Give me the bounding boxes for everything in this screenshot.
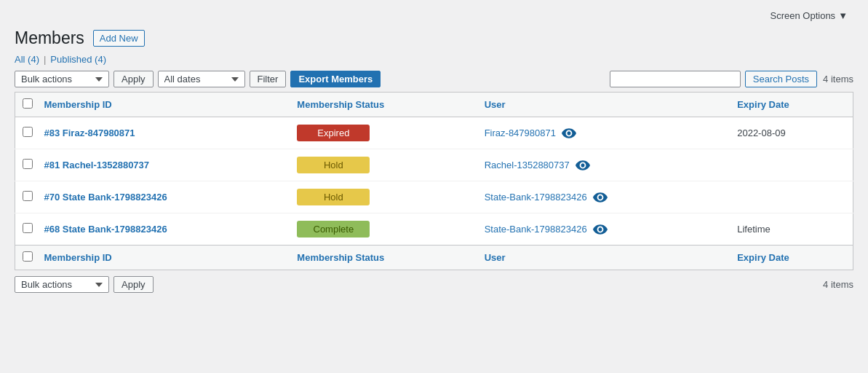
row-checkbox[interactable] [23,159,33,169]
status-badge: Complete [297,221,370,237]
table-header-row: Membership ID Membership Status User Exp… [15,93,853,117]
membership-id-link[interactable]: #83 Firaz-847980871 [44,127,135,138]
search-posts-button[interactable]: Search Posts [745,71,817,87]
col-membership-id-link[interactable]: Membership ID [44,99,112,110]
col-expiry-date-footer: Expiry Date [730,246,853,270]
filter-links: All (4) | Published (4) [15,54,853,65]
user-cell: State-Bank-1798823426 [485,192,723,203]
tablenav-bottom-left: Bulk actions Apply [15,276,154,293]
search-posts-area: Search Posts [610,71,817,87]
row-membership-id: #83 Firaz-847980871 [37,117,290,149]
filter-button[interactable]: Filter [250,71,287,87]
view-icon[interactable] [576,160,590,171]
user-link[interactable]: Firaz-847980871 [485,127,556,138]
filter-all-link[interactable]: All (4) [15,54,39,65]
row-membership-status: Expired [290,117,477,149]
table-row: #68 State Bank-1798823426 Complete State… [15,213,853,246]
row-expiry-date: Lifetime [730,213,853,246]
page-title: Members [15,28,84,48]
membership-id-link[interactable]: #70 State Bank-1798823426 [44,192,167,203]
status-badge: Hold [297,157,370,173]
items-count-bottom: 4 items [823,279,853,290]
screen-options-button[interactable]: Screen Options ▼ [765,7,853,24]
membership-id-link[interactable]: #68 State Bank-1798823426 [44,224,167,235]
col-expiry-date-footer-link[interactable]: Expiry Date [737,252,789,263]
col-membership-status-link[interactable]: Membership Status [297,99,384,110]
user-cell: State-Bank-1798823426 [485,224,723,235]
row-membership-id: #70 State Bank-1798823426 [37,181,290,213]
membership-id-link[interactable]: #81 Rachel-1352880737 [44,160,150,170]
select-all-column [15,93,37,117]
apply-button-bottom[interactable]: Apply [114,276,154,293]
table-footer-row: Membership ID Membership Status User Exp… [15,246,853,270]
col-membership-id: Membership ID [37,93,290,117]
all-dates-select[interactable]: All dates [158,71,245,87]
members-table: Membership ID Membership Status User Exp… [15,92,853,270]
search-input[interactable] [610,71,741,87]
view-icon[interactable] [593,224,608,235]
tablenav-top-left: Bulk actions Apply All dates Filter Expo… [15,71,381,87]
view-icon[interactable] [562,127,576,139]
row-user: State-Bank-1798823426 [477,213,730,246]
col-membership-status-footer-link[interactable]: Membership Status [297,252,384,263]
col-user-link[interactable]: User [485,99,506,110]
export-members-button[interactable]: Export Members [290,71,381,87]
screen-options-label: Screen Options [771,10,836,21]
table-row: #83 Firaz-847980871 Expired Firaz-847980… [15,117,853,149]
row-user: Firaz-847980871 [477,117,730,149]
col-membership-status-footer: Membership Status [290,246,477,270]
status-badge: Expired [297,125,370,141]
select-all-checkbox[interactable] [23,98,33,109]
row-checkbox[interactable] [23,127,33,137]
col-membership-id-footer: Membership ID [37,246,290,270]
status-badge: Hold [297,189,370,205]
col-expiry-date: Expiry Date [730,93,853,117]
items-count-top: 4 items [823,74,853,85]
table-row: #81 Rachel-1352880737 Hold Rachel-135288… [15,149,853,181]
col-expiry-date-link[interactable]: Expiry Date [737,99,789,110]
user-cell: Firaz-847980871 [485,127,723,139]
col-user-footer-link[interactable]: User [485,252,506,263]
row-membership-id: #81 Rachel-1352880737 [37,149,290,181]
screen-options-chevron-icon: ▼ [838,10,848,21]
row-membership-id: #68 State Bank-1798823426 [37,213,290,246]
bulk-actions-select-bottom[interactable]: Bulk actions [15,276,109,293]
user-cell: Rachel-1352880737 [485,160,723,171]
row-checkbox-cell [15,117,37,149]
row-membership-status: Hold [290,181,477,213]
row-membership-status: Complete [290,213,477,246]
filter-separator: | [44,54,46,65]
bulk-actions-select-top[interactable]: Bulk actions [15,71,109,87]
row-membership-status: Hold [290,149,477,181]
row-user: State-Bank-1798823426 [477,181,730,213]
row-expiry-date [730,181,853,213]
view-icon[interactable] [593,192,608,203]
row-checkbox[interactable] [23,223,33,233]
row-checkbox-cell [15,181,37,213]
tablenav-bottom: Bulk actions Apply 4 items [15,276,853,293]
col-membership-status: Membership Status [290,93,477,117]
table-body: #83 Firaz-847980871 Expired Firaz-847980… [15,117,853,246]
tablenav-top: Bulk actions Apply All dates Filter Expo… [15,71,853,87]
row-expiry-date [730,149,853,181]
row-user: Rachel-1352880737 [477,149,730,181]
tablenav-top-right: Search Posts 4 items [610,71,853,87]
user-link[interactable]: State-Bank-1798823426 [485,224,587,235]
table-row: #70 State Bank-1798823426 Hold State-Ban… [15,181,853,213]
col-user-footer: User [477,246,730,270]
add-new-button[interactable]: Add New [93,30,145,47]
row-checkbox[interactable] [23,191,33,201]
col-membership-id-footer-link[interactable]: Membership ID [44,252,112,263]
page-header: Members Add New [15,28,853,48]
user-link[interactable]: Rachel-1352880737 [485,160,570,170]
select-all-footer-checkbox[interactable] [23,251,33,262]
select-all-footer-column [15,246,37,270]
col-user: User [477,93,730,117]
row-checkbox-cell [15,149,37,181]
row-checkbox-cell [15,213,37,246]
apply-button-top[interactable]: Apply [114,71,154,87]
row-expiry-date: 2022-08-09 [730,117,853,149]
filter-published-link[interactable]: Published (4) [50,54,106,65]
user-link[interactable]: State-Bank-1798823426 [485,192,587,203]
